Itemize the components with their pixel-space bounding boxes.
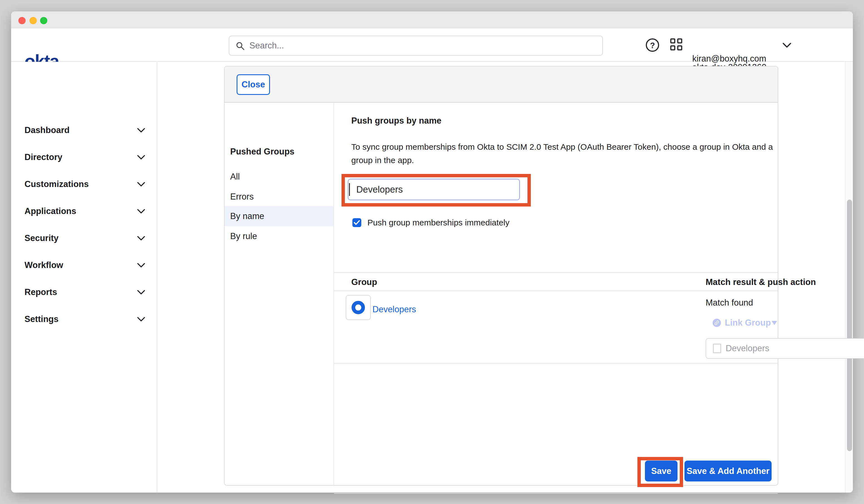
group-circle-icon xyxy=(351,301,365,314)
sidebar-item-applications[interactable]: Applications xyxy=(11,197,157,225)
pushed-groups-subnav: Pushed Groups All Errors By name By rule xyxy=(225,103,334,486)
column-header-match: Match result & push action xyxy=(706,277,816,287)
checkmark-icon xyxy=(353,219,360,226)
annotation-box-save-button xyxy=(637,457,683,487)
push-immediately-label: Push group memberships immediately xyxy=(368,218,509,227)
sidebar-item-dashboard[interactable]: Dashboard xyxy=(11,117,157,144)
subnav-item-errors[interactable]: Errors xyxy=(225,187,334,207)
sidebar-item-directory[interactable]: Directory xyxy=(11,144,157,171)
table-header-divider xyxy=(334,290,778,291)
footer-divider xyxy=(334,493,778,494)
content-description-line1: To sync group memberships from Okta to S… xyxy=(351,142,773,152)
close-button[interactable]: Close xyxy=(237,74,270,95)
chevron-down-icon xyxy=(137,209,145,214)
app-window: okta ? kiran@boxyhq.com okta-dev-2090126… xyxy=(11,11,853,493)
global-search[interactable] xyxy=(229,36,603,56)
push-groups-content: Push groups by name To sync group member… xyxy=(334,103,778,486)
app-header: okta ? kiran@boxyhq.com okta-dev-2090126… xyxy=(11,28,853,62)
content-description-line2: group in the app. xyxy=(351,156,414,165)
scrollbar-thumb[interactable] xyxy=(847,200,852,451)
chevron-down-icon xyxy=(137,290,145,295)
subnav-item-all[interactable]: All xyxy=(225,167,334,187)
column-header-group: Group xyxy=(351,277,377,287)
chevron-down-icon xyxy=(137,182,145,187)
group-placeholder-icon xyxy=(713,344,721,353)
match-status: Match found xyxy=(706,298,753,308)
sidebar-item-customizations[interactable]: Customizations xyxy=(11,171,157,197)
target-group-value: Developers xyxy=(726,344,769,353)
link-group-label: Link Group xyxy=(725,318,771,328)
search-icon xyxy=(236,41,245,51)
subnav-item-by-name[interactable]: By name xyxy=(225,206,334,226)
group-name-link[interactable]: Developers xyxy=(372,304,416,314)
sidebar-item-workflow[interactable]: Workflow xyxy=(11,252,157,279)
close-window-icon[interactable] xyxy=(19,17,26,24)
scrollbar-track[interactable] xyxy=(845,62,853,493)
chevron-down-icon xyxy=(137,155,145,160)
search-input[interactable] xyxy=(249,36,595,55)
table-row-divider xyxy=(334,363,778,363)
content-title: Push groups by name xyxy=(351,116,442,126)
chevron-down-icon xyxy=(137,128,145,133)
annotation-box-group-input xyxy=(341,174,531,206)
sidebar-nav: Dashboard Directory Customizations Appli… xyxy=(11,62,157,493)
panel-toolbar: Close xyxy=(225,67,778,103)
chevron-down-icon xyxy=(771,321,777,325)
subnav-title: Pushed Groups xyxy=(230,147,295,157)
push-immediately-checkbox[interactable] xyxy=(352,218,361,227)
chevron-down-icon[interactable] xyxy=(782,42,792,48)
chevron-down-icon xyxy=(137,317,145,322)
chevron-down-icon xyxy=(137,236,145,241)
subnav-item-by-rule[interactable]: By rule xyxy=(225,226,334,246)
link-icon xyxy=(712,319,721,327)
section-divider xyxy=(334,272,778,273)
push-groups-panel: Close Pushed Groups All Errors By name B… xyxy=(224,66,778,485)
save-and-add-another-button[interactable]: Save & Add Another xyxy=(684,460,771,481)
group-avatar xyxy=(346,295,371,320)
chevron-down-icon xyxy=(137,263,145,268)
window-titlebar xyxy=(11,11,853,28)
minimize-window-icon[interactable] xyxy=(29,17,37,24)
sidebar-item-security[interactable]: Security xyxy=(11,225,157,252)
user-account-menu[interactable]: kiran@boxyhq.com okta-dev-20901260 xyxy=(679,28,779,62)
maximize-window-icon[interactable] xyxy=(40,17,47,24)
help-icon[interactable]: ? xyxy=(646,38,659,52)
target-group-select[interactable]: Developers xyxy=(706,338,864,359)
sidebar-item-reports[interactable]: Reports xyxy=(11,279,157,305)
sidebar-item-settings[interactable]: Settings xyxy=(11,305,157,333)
